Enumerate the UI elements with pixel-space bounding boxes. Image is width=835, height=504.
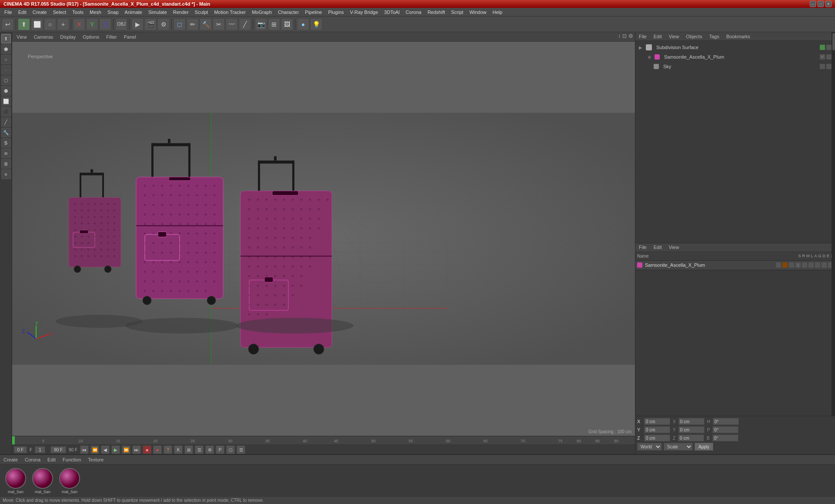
mat-menu-create[interactable]: Create: [2, 457, 20, 463]
sidebar-s-tool[interactable]: S: [1, 138, 11, 148]
timeline-mode5[interactable]: ⬡: [226, 445, 235, 454]
toolbar-magnet[interactable]: 🔨: [200, 18, 212, 30]
toolbar-fullscreen[interactable]: ⊞: [268, 18, 280, 30]
menu-motion-tracker[interactable]: Motion Tracker: [211, 9, 248, 16]
obj-menu-bookmarks[interactable]: Bookmarks: [725, 33, 752, 40]
menu-vray[interactable]: V-Ray Bridge: [347, 9, 381, 16]
menu-mograph[interactable]: MoGraph: [249, 9, 274, 16]
toolbar-z-axis[interactable]: Z: [99, 18, 111, 30]
toolbar-add[interactable]: +: [57, 18, 69, 30]
sidebar-polygon-mode[interactable]: ⬟: [1, 44, 11, 54]
obj-menu-tags[interactable]: Tags: [708, 33, 721, 40]
menu-help[interactable]: Help: [490, 9, 505, 16]
mat-menu-edit[interactable]: Edit: [46, 457, 57, 463]
vp-display-menu[interactable]: Display: [58, 33, 77, 40]
attr-menu-edit[interactable]: Edit: [652, 244, 664, 250]
menu-create[interactable]: Create: [30, 9, 50, 16]
menu-corona[interactable]: Corona: [403, 9, 424, 16]
sidebar-pen-tool[interactable]: ╱: [1, 117, 11, 127]
toolbar-cube[interactable]: ◻: [174, 18, 186, 30]
obj-item-subdivision[interactable]: ▶ Subdivision Surface: [637, 43, 833, 52]
obj-menu-objects[interactable]: Objects: [684, 33, 704, 40]
sidebar-tool2[interactable]: ⬜: [1, 96, 11, 106]
play-reverse-button[interactable]: ◀: [101, 445, 110, 454]
mat-menu-corona[interactable]: Corona: [23, 457, 42, 463]
sidebar-mesh-tool[interactable]: ≋: [1, 149, 11, 158]
obj-menu-file[interactable]: File: [637, 33, 648, 40]
goto-start-button[interactable]: ⏮: [80, 445, 89, 454]
menu-render[interactable]: Render: [170, 9, 191, 16]
menu-plugins[interactable]: Plugins: [325, 9, 346, 16]
timeline-mode6[interactable]: ☰: [237, 445, 245, 454]
vp-expand-icon[interactable]: ↕: [618, 33, 621, 39]
restore-button[interactable]: □: [818, 1, 824, 7]
next-frame-button[interactable]: ⏩: [122, 445, 130, 454]
toolbar-scale[interactable]: ⬜: [31, 18, 43, 30]
toolbar-knife[interactable]: ✂: [213, 18, 225, 30]
menu-file[interactable]: File: [2, 9, 15, 16]
toolbar-render[interactable]: 🎬: [144, 18, 157, 30]
sidebar-tool1[interactable]: ⬢: [1, 86, 11, 96]
toolbar-y-axis[interactable]: Y: [86, 18, 98, 30]
attr-menu-file[interactable]: File: [637, 244, 648, 250]
toolbar-sphere[interactable]: ●: [297, 18, 309, 30]
attr-obj-row[interactable]: Samsonite_Ascella_X_Plum |: [635, 261, 835, 270]
material-item-2[interactable]: mat_San: [30, 468, 55, 494]
obj-manager-scrollbar[interactable]: [832, 32, 835, 454]
toolbar-render-settings[interactable]: ⚙: [157, 18, 170, 30]
sidebar-effector-tool[interactable]: ≡: [1, 169, 11, 179]
timeline-ruler[interactable]: 5 10 15 20 25 30 35 40 45 50 55 60 65 70…: [12, 436, 635, 445]
minimize-button[interactable]: ─: [810, 1, 816, 7]
coord-scale-select[interactable]: Scale Absolute: [664, 443, 693, 451]
vp-cameras-menu[interactable]: Cameras: [32, 33, 55, 40]
menu-sculpt[interactable]: Sculpt: [192, 9, 211, 16]
sidebar-obj-mode[interactable]: ⬡: [1, 76, 11, 85]
menu-window[interactable]: Window: [467, 9, 489, 16]
close-button[interactable]: ✕: [825, 1, 832, 7]
sidebar-deform-tool[interactable]: ≣: [1, 159, 11, 169]
menu-pipeline[interactable]: Pipeline: [302, 9, 324, 16]
toolbar-line[interactable]: ╱: [239, 18, 251, 30]
vp-options-menu[interactable]: Options: [81, 33, 101, 40]
viewport[interactable]: ↕ ⊡ ⚙ View Cameras Display Options Filte…: [12, 32, 635, 436]
attr-menu-view[interactable]: View: [667, 244, 681, 250]
obj-item-samsonite[interactable]: ⊕ Samsonite_Ascella_X_Plum ✓: [637, 52, 833, 62]
vp-panel-menu[interactable]: Panel: [122, 33, 138, 40]
toolbar-undo[interactable]: ↩: [2, 18, 14, 30]
vp-filter-menu[interactable]: Filter: [104, 33, 118, 40]
obj-menu-edit[interactable]: Edit: [652, 33, 664, 40]
timeline-mode2[interactable]: ☰: [195, 445, 204, 454]
coord-pos-y[interactable]: [644, 426, 670, 433]
menu-character[interactable]: Character: [275, 9, 301, 16]
coord-pos-z[interactable]: [644, 434, 670, 441]
sidebar-selection-tool[interactable]: ⬆: [1, 34, 11, 43]
coord-scale-z[interactable]: [678, 434, 704, 441]
toolbar-render-view[interactable]: 🖼: [281, 18, 293, 30]
menu-select[interactable]: Select: [50, 9, 69, 16]
menu-mesh[interactable]: Mesh: [87, 9, 104, 16]
mat-menu-texture[interactable]: Texture: [86, 457, 105, 463]
obj-menu-view[interactable]: View: [667, 33, 681, 40]
coord-scale-y[interactable]: [678, 426, 705, 433]
vp-view-menu[interactable]: View: [15, 33, 29, 40]
sidebar-wrench-tool[interactable]: 🔧: [1, 128, 11, 137]
menu-script[interactable]: Script: [448, 9, 466, 16]
material-item-3[interactable]: mat_San: [57, 468, 82, 494]
timeline-current-frame-input[interactable]: [14, 446, 27, 453]
toolbar-rotate[interactable]: ○: [44, 18, 56, 30]
toolbar-light[interactable]: 💡: [310, 18, 322, 30]
menu-simulate[interactable]: Simulate: [146, 9, 170, 16]
prev-frame-button[interactable]: ⏪: [90, 445, 99, 454]
sidebar-tool3[interactable]: ⬛: [1, 107, 11, 116]
timeline-end-frame-input[interactable]: [50, 446, 66, 453]
apply-button[interactable]: Apply: [695, 443, 713, 451]
record-stop-button[interactable]: ■: [143, 445, 151, 454]
obj-manager-scroll-thumb[interactable]: [832, 33, 835, 50]
toolbar-object-mode[interactable]: OBJ: [115, 18, 127, 30]
toolbar-paint[interactable]: ✏: [187, 18, 199, 30]
record-play-button[interactable]: ?: [164, 445, 172, 454]
timeline-mode3[interactable]: ⚙: [205, 445, 214, 454]
menu-3dtoal[interactable]: 3DToAl: [381, 9, 402, 16]
obj-item-sky[interactable]: Sky: [637, 62, 833, 71]
menu-snap[interactable]: Snap: [105, 9, 121, 16]
